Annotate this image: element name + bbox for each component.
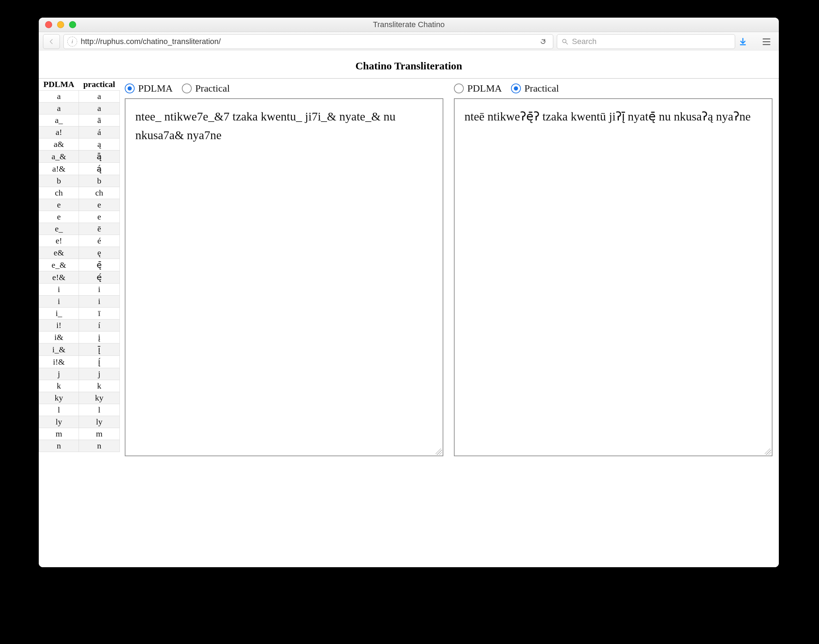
hamburger-menu-button[interactable] — [758, 35, 775, 49]
right-textarea[interactable] — [455, 99, 772, 455]
table-cell: i! — [39, 319, 79, 331]
table-row: e!é — [39, 235, 120, 247]
table-cell: í — [78, 319, 120, 331]
url-text: http://ruphus.com/chatino_transliteratio… — [81, 37, 221, 46]
radio-icon — [454, 83, 464, 94]
table-row: e&ę — [39, 247, 120, 259]
reload-button[interactable] — [537, 37, 549, 46]
table-cell: ky — [39, 392, 79, 404]
table-row: i_ī — [39, 308, 120, 319]
table-row: a_&ą̄ — [39, 150, 120, 163]
table-row: ii — [39, 296, 120, 308]
back-arrow-icon — [48, 38, 55, 45]
table-cell: ch — [78, 187, 120, 199]
table-row: ll — [39, 404, 120, 416]
table-cell: a — [78, 103, 120, 115]
right-radio-practical[interactable]: Practical — [511, 83, 559, 94]
radio-icon — [182, 83, 192, 94]
table-cell: a — [39, 90, 79, 103]
table-cell: j — [78, 368, 120, 380]
svg-line-1 — [566, 43, 568, 44]
table-cell: n — [78, 440, 120, 452]
resize-grip-icon[interactable] — [436, 448, 442, 455]
table-cell: a! — [39, 126, 79, 138]
table-row: bb — [39, 175, 120, 187]
mapping-table: PDLMA practical aaaaa_āa!áa&ąa_&ą̄a!&ą́b… — [39, 78, 120, 452]
identity-icon[interactable]: i — [67, 37, 77, 46]
table-row: ii — [39, 284, 120, 296]
table-row: i!&į́ — [39, 356, 120, 368]
left-textarea-wrap — [125, 98, 443, 456]
table-cell: e& — [39, 247, 79, 259]
table-cell: a_& — [39, 150, 79, 163]
mapping-table-sidebar: PDLMA practical aaaaa_āa!áa&ąa_&ą̄a!&ą́b… — [39, 78, 120, 567]
table-cell: ī — [78, 308, 120, 319]
table-row: i_&į̄ — [39, 343, 120, 356]
table-row: e_ē — [39, 223, 120, 235]
table-row: nn — [39, 440, 120, 452]
right-radio-group: PDLMA Practical — [454, 81, 773, 96]
right-radio-pdlma[interactable]: PDLMA — [454, 83, 502, 94]
editor-panels: PDLMA Practical — [120, 78, 779, 567]
table-cell: i — [78, 296, 120, 308]
radio-label: Practical — [525, 83, 559, 94]
table-cell: ę́ — [78, 271, 120, 284]
left-radio-group: PDLMA Practical — [125, 81, 443, 96]
left-radio-pdlma[interactable]: PDLMA — [125, 83, 173, 94]
table-cell: i_& — [39, 343, 79, 356]
table-row: ee — [39, 211, 120, 223]
search-icon — [561, 38, 569, 45]
table-row: a!&ą́ — [39, 163, 120, 175]
table-row: aa — [39, 90, 120, 103]
table-row: chch — [39, 187, 120, 199]
table-row: e!&ę́ — [39, 271, 120, 284]
table-cell: a — [78, 90, 120, 103]
left-textarea[interactable] — [126, 99, 443, 455]
window-titlebar: Transliterate Chatino — [39, 18, 779, 32]
browser-window: Transliterate Chatino i http://ruphus.co… — [39, 18, 779, 567]
table-row: a&ą — [39, 138, 120, 150]
downloads-button[interactable] — [739, 37, 755, 46]
table-cell: é — [78, 235, 120, 247]
radio-label: PDLMA — [467, 83, 502, 94]
table-cell: i_ — [39, 308, 79, 319]
resize-grip-icon[interactable] — [765, 448, 771, 455]
table-cell: ky — [78, 392, 120, 404]
window-title: Transliterate Chatino — [39, 20, 779, 29]
table-cell: b — [39, 175, 79, 187]
table-cell: ly — [39, 416, 79, 428]
radio-label: PDLMA — [138, 83, 173, 94]
page-content: Chatino Transliteration PDLMA practical … — [39, 51, 779, 567]
search-bar[interactable]: Search — [557, 34, 735, 49]
table-cell: e — [39, 199, 79, 211]
radio-label: Practical — [195, 83, 230, 94]
left-radio-practical[interactable]: Practical — [182, 83, 230, 94]
back-button[interactable] — [43, 34, 60, 49]
download-icon — [739, 37, 747, 46]
table-cell: ę — [78, 247, 120, 259]
page-title: Chatino Transliteration — [39, 51, 779, 78]
table-cell: k — [39, 380, 79, 392]
table-cell: i — [78, 284, 120, 296]
table-header-pdlma: PDLMA — [39, 78, 79, 90]
table-cell: m — [39, 428, 79, 440]
table-cell: e! — [39, 235, 79, 247]
table-cell: e!& — [39, 271, 79, 284]
table-row: ee — [39, 199, 120, 211]
table-cell: j — [39, 368, 79, 380]
table-cell: ę̄ — [78, 259, 120, 271]
table-cell: ly — [78, 416, 120, 428]
right-textarea-wrap — [454, 98, 773, 456]
table-header-practical: practical — [78, 78, 120, 90]
table-cell: ą́ — [78, 163, 120, 175]
table-cell: i — [39, 284, 79, 296]
table-cell: e — [78, 211, 120, 223]
table-cell: n — [39, 440, 79, 452]
table-cell: m — [78, 428, 120, 440]
table-row: jj — [39, 368, 120, 380]
table-cell: e — [39, 211, 79, 223]
table-cell: į̄ — [78, 343, 120, 356]
table-cell: á — [78, 126, 120, 138]
table-cell: e_ — [39, 223, 79, 235]
address-bar[interactable]: i http://ruphus.com/chatino_transliterat… — [63, 34, 553, 49]
